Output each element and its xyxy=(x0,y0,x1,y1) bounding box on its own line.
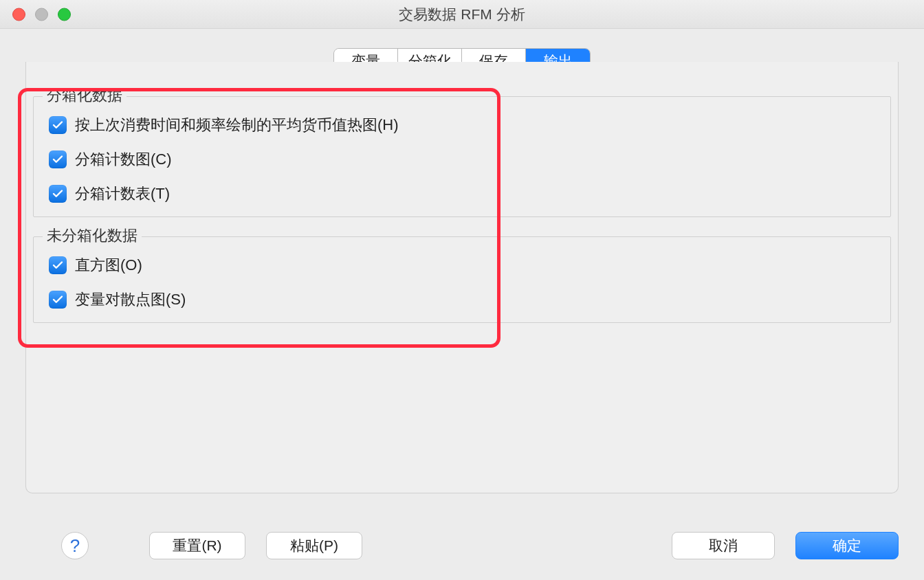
check-row-count-table: 分箱计数表(T) xyxy=(49,183,875,204)
checkmark-icon xyxy=(52,259,64,271)
checkbox-scatter[interactable] xyxy=(49,291,67,309)
checkbox-count-table[interactable] xyxy=(49,185,67,203)
checkmark-icon xyxy=(52,188,64,200)
check-row-scatter: 变量对散点图(S) xyxy=(49,289,875,310)
window-title: 交易数据 RFM 分析 xyxy=(399,5,525,24)
reset-button[interactable]: 重置(R) xyxy=(149,532,245,559)
check-row-heatmap: 按上次消费时间和频率绘制的平均货币值热图(H) xyxy=(49,115,875,135)
zoom-icon[interactable] xyxy=(58,8,71,21)
check-label-count-table: 分箱计数表(T) xyxy=(75,183,170,204)
group-binned-frame: 按上次消费时间和频率绘制的平均货币值热图(H) 分箱计数图(C) 分箱计数表(T… xyxy=(33,96,891,217)
group-unbinned-data: 未分箱化数据 直方图(O) 变量对散点图(S) xyxy=(33,236,891,323)
window-controls xyxy=(12,8,71,21)
paste-button[interactable]: 粘贴(P) xyxy=(266,532,362,559)
minimize-icon[interactable] xyxy=(35,8,48,21)
group-unbinned-legend: 未分箱化数据 xyxy=(43,225,142,246)
group-binned-legend: 分箱化数据 xyxy=(43,85,126,106)
content-panel: 分箱化数据 按上次消费时间和频率绘制的平均货币值热图(H) 分箱计数图(C) 分… xyxy=(25,62,899,493)
help-button[interactable]: ? xyxy=(61,532,89,559)
check-label-count-chart: 分箱计数图(C) xyxy=(75,149,172,170)
footer: ? 重置(R) 粘贴(P) 取消 确定 xyxy=(0,532,924,559)
checkmark-icon xyxy=(52,153,64,166)
checkmark-icon xyxy=(52,119,64,131)
checkbox-heatmap[interactable] xyxy=(49,116,67,134)
titlebar: 交易数据 RFM 分析 xyxy=(0,0,924,29)
check-row-count-chart: 分箱计数图(C) xyxy=(49,149,875,170)
ok-button[interactable]: 确定 xyxy=(795,532,899,559)
checkmark-icon xyxy=(52,293,64,306)
group-binned-data: 分箱化数据 按上次消费时间和频率绘制的平均货币值热图(H) 分箱计数图(C) 分… xyxy=(33,96,891,217)
checkbox-histogram[interactable] xyxy=(49,256,67,274)
checkbox-count-chart[interactable] xyxy=(49,150,67,168)
check-label-heatmap: 按上次消费时间和频率绘制的平均货币值热图(H) xyxy=(75,115,399,135)
close-icon[interactable] xyxy=(12,8,25,21)
group-unbinned-frame: 直方图(O) 变量对散点图(S) xyxy=(33,236,891,323)
check-label-scatter: 变量对散点图(S) xyxy=(75,289,186,310)
check-row-histogram: 直方图(O) xyxy=(49,255,875,276)
cancel-button[interactable]: 取消 xyxy=(672,532,775,559)
check-label-histogram: 直方图(O) xyxy=(75,255,142,276)
